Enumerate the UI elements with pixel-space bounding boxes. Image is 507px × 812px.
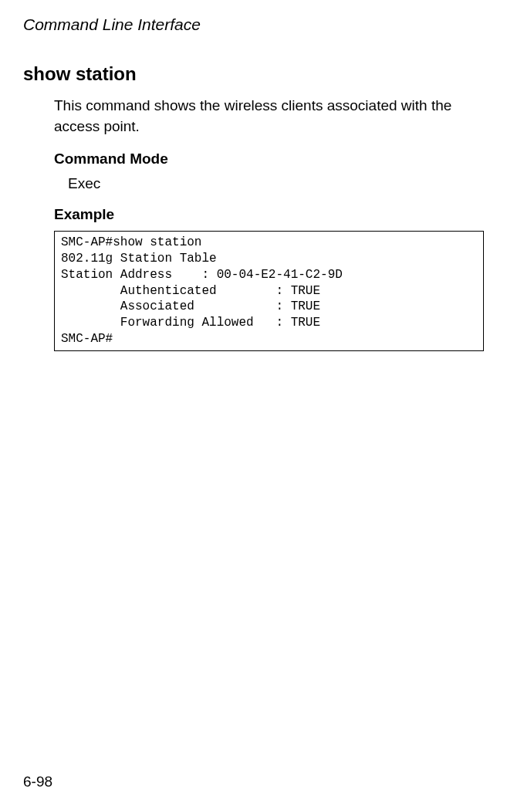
command-name-heading: show station xyxy=(23,63,484,85)
command-description: This command shows the wireless clients … xyxy=(54,96,484,137)
example-label: Example xyxy=(54,206,484,223)
command-mode-label: Command Mode xyxy=(54,151,484,167)
command-content: This command shows the wireless clients … xyxy=(54,96,484,351)
command-mode-value: Exec xyxy=(68,175,484,192)
page-number: 6-98 xyxy=(23,773,52,790)
page-header-title: Command Line Interface xyxy=(23,15,484,34)
example-output: SMC-AP#show station 802.11g Station Tabl… xyxy=(54,231,484,351)
